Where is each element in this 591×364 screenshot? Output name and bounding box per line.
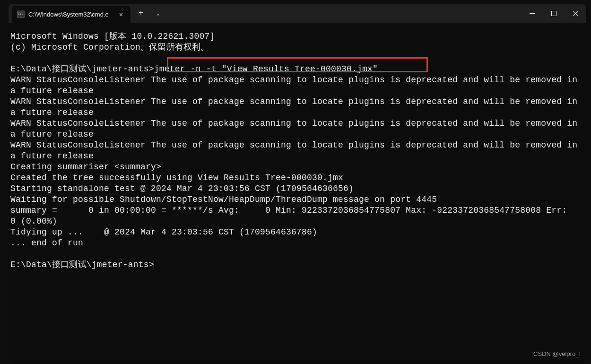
terminal-line: Waiting for possible Shutdown/StopTestNo… xyxy=(10,195,437,204)
terminal-line: Starting standalone test @ 2024 Mar 4 23… xyxy=(10,184,354,193)
tab-cmd[interactable]: C:\ C:\Windows\System32\cmd.e ✕ xyxy=(12,6,130,23)
terminal-line: Tidying up ... @ 2024 Mar 4 23:03:56 CST… xyxy=(10,227,317,237)
terminal-line: summary = 0 in 00:00:00 = ******/s Avg: … xyxy=(10,206,530,215)
terminal-line: WARN StatusConsoleListener The use of pa… xyxy=(10,97,582,117)
cursor-icon xyxy=(154,260,154,269)
window-controls xyxy=(521,4,586,23)
prompt-prefix: E:\Data\接口测试\jmeter-ants> xyxy=(10,260,154,269)
terminal-line: Created the tree successfully using View… xyxy=(10,173,343,182)
watermark: CSDN @velpro_! xyxy=(533,350,581,357)
svg-rect-2 xyxy=(530,13,535,14)
terminal-line: WARN StatusConsoleListener The use of pa… xyxy=(10,119,582,139)
terminal-line: (c) Microsoft Corporation。保留所有权利。 xyxy=(10,43,209,52)
terminal-line: ... end of run xyxy=(10,238,83,248)
close-window-button[interactable] xyxy=(565,4,586,23)
prompt-command: jmeter -n -t "View Results Tree-000030.j… xyxy=(154,64,378,74)
cmd-icon: C:\ xyxy=(17,10,25,18)
terminal-line: WARN StatusConsoleListener The use of pa… xyxy=(10,75,582,95)
tab-close-button[interactable]: ✕ xyxy=(116,9,126,19)
terminal-output[interactable]: Microsoft Windows [版本 10.0.22621.3007] (… xyxy=(9,23,586,272)
new-tab-button[interactable]: + xyxy=(132,5,149,22)
svg-text:C:\: C:\ xyxy=(18,12,23,15)
terminal-line: WARN StatusConsoleListener The use of pa… xyxy=(10,140,582,161)
titlebar: C:\ C:\Windows\System32\cmd.e ✕ + ⌄ xyxy=(9,4,586,23)
maximize-button[interactable] xyxy=(543,4,565,23)
terminal-window: C:\ C:\Windows\System32\cmd.e ✕ + ⌄ Micr… xyxy=(9,4,586,360)
terminal-line: Microsoft Windows [版本 10.0.22621.3007] xyxy=(10,32,215,41)
minimize-button[interactable] xyxy=(521,4,543,23)
terminal-line: Creating summariser <summary> xyxy=(10,162,161,172)
prompt-prefix: E:\Data\接口测试\jmeter-ants> xyxy=(10,64,154,74)
tabs-area: C:\ C:\Windows\System32\cmd.e ✕ + ⌄ xyxy=(9,4,166,23)
tab-title: C:\Windows\System32\cmd.e xyxy=(28,11,113,18)
svg-rect-3 xyxy=(551,11,556,16)
tab-dropdown-button[interactable]: ⌄ xyxy=(149,5,166,22)
